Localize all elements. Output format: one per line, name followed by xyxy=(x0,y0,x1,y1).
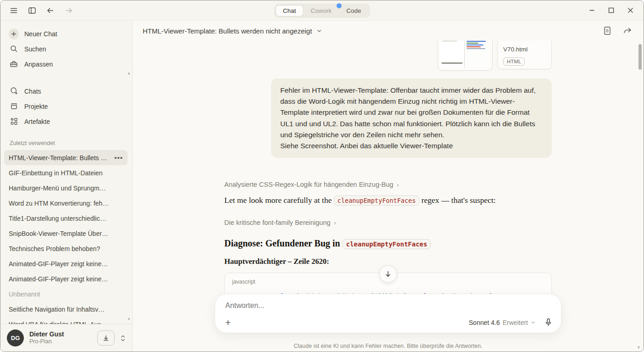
avatar: DG xyxy=(7,330,24,346)
sidebar-item-projects[interactable]: Projekte xyxy=(4,99,128,114)
attachments-row: V70.html HTML xyxy=(224,41,552,71)
main-content: HTML-Viewer-Template: Bullets werden nic… xyxy=(133,21,644,352)
recent-chat-item[interactable]: Seitliche Navigation für Inhaltsv… xyxy=(4,302,128,317)
recent-chat-item[interactable]: Title1-Darstellung unterschiedlic… xyxy=(4,211,128,226)
plus-icon xyxy=(9,28,19,39)
mode-selector[interactable]: Erweitert xyxy=(503,319,528,326)
composer: + Sonnet 4.6 Erweitert xyxy=(215,294,561,333)
chevron-right-icon: › xyxy=(397,181,399,188)
assistant-heading: Diagnose: Gefundener Bug in cleanupEmpty… xyxy=(224,238,552,249)
tab-code[interactable]: Code xyxy=(339,5,368,17)
nav-label: Anpassen xyxy=(24,61,53,68)
titlebar: Chat Cowork Code xyxy=(0,0,644,21)
page-title: HTML-Viewer-Template: Bullets werden nic… xyxy=(143,27,312,35)
share-icon[interactable] xyxy=(622,25,633,37)
nav-label: Projekte xyxy=(24,103,48,110)
inline-code-chip: cleanupEmptyFontFaces xyxy=(342,239,431,249)
toolbox-icon xyxy=(9,60,19,68)
close-button[interactable] xyxy=(622,4,638,17)
screenshot-thumbnail-image xyxy=(440,41,490,68)
nav-label: Artefakte xyxy=(24,118,50,125)
thinking-block-toggle[interactable]: Analysierte CSS-Regex-Logik für hängende… xyxy=(224,181,552,188)
maximize-button[interactable] xyxy=(603,4,619,17)
recent-chat-item[interactable]: Hamburger-Menü und Sprungm… xyxy=(4,180,128,196)
attachment-thumbnail[interactable] xyxy=(438,41,493,71)
tab-chat[interactable]: Chat xyxy=(276,5,304,17)
download-button[interactable] xyxy=(97,330,115,346)
recent-chat-item[interactable]: SnipBook-Viewer-Template Über… xyxy=(4,226,128,241)
back-arrow-icon[interactable] xyxy=(44,4,57,17)
recents-section-label: Zuletzt verwendet xyxy=(4,140,128,146)
recent-chat-item[interactable]: Word zu HTM Konvertierung: feh… xyxy=(4,196,128,211)
search-button[interactable]: Suchen xyxy=(4,41,128,56)
sidebar-item-artifacts[interactable]: Artefakte xyxy=(4,114,128,129)
sidebar-scroll-down-arrow[interactable]: ▼ xyxy=(127,317,131,321)
minimize-button[interactable] xyxy=(584,4,600,17)
attachment-file-type-badge: HTML xyxy=(503,57,525,66)
recent-chat-item[interactable]: Word VBA für direkte HTML-Aus… xyxy=(4,317,128,324)
recent-chats-list: HTML-Viewer-Template: Bullets werden nic… xyxy=(4,150,128,324)
search-icon xyxy=(9,45,19,53)
mode-tabs: Chat Cowork Code xyxy=(274,4,370,18)
box-icon xyxy=(9,102,19,110)
chevron-right-icon: › xyxy=(334,219,336,226)
hamburger-menu-icon[interactable] xyxy=(7,4,21,17)
tab-cowork[interactable]: Cowork xyxy=(303,5,339,17)
reply-input[interactable] xyxy=(225,302,421,310)
sidebar-item-chats[interactable]: Chats xyxy=(4,84,128,99)
recent-chat-item[interactable]: Unbenannt xyxy=(4,286,128,302)
sidebar-toggle-icon[interactable] xyxy=(25,4,39,17)
document-icon[interactable] xyxy=(601,25,613,37)
chevron-down-icon xyxy=(316,28,322,34)
recent-chat-item[interactable]: Technisches Problem behoben? xyxy=(4,241,128,256)
app-window: Chat Cowork Code xyxy=(0,0,644,352)
vertical-scrollbar-thumb[interactable] xyxy=(638,44,642,70)
scroll-to-bottom-button[interactable] xyxy=(379,265,397,283)
nav-label: Suchen xyxy=(24,45,46,53)
scrollbar-down-arrow[interactable]: ▼ xyxy=(637,345,641,350)
account-section[interactable]: DG Dieter Gust Pro-Plan xyxy=(0,324,132,352)
sidebar: Neuer Chat Suchen Anpassen xyxy=(0,21,133,352)
user-name: Dieter Gust xyxy=(29,330,92,339)
new-chat-button[interactable]: Neuer Chat xyxy=(4,26,128,41)
chat-bubble-icon xyxy=(9,87,19,95)
chat-header: HTML-Viewer-Template: Bullets werden nic… xyxy=(133,21,644,41)
recent-chat-item[interactable]: Animated-GIF-Player zeigt keine… xyxy=(4,256,128,271)
forward-arrow-icon[interactable] xyxy=(62,4,76,17)
user-message-bubble: Fehler im HTML-Viewer-Template: Offenbar… xyxy=(271,78,552,158)
assistant-paragraph: Let me look more carefully at the cleanu… xyxy=(224,196,552,205)
recent-chat-item[interactable]: HTML-Viewer-Template: Bullets werden nic… xyxy=(4,150,128,165)
inline-code-chip: cleanupEmptyFontFaces xyxy=(334,196,420,206)
microphone-icon[interactable] xyxy=(545,318,552,327)
chat-options-button[interactable]: ••• xyxy=(114,154,123,162)
nav-label: Chats xyxy=(24,88,41,95)
attachment-file-card[interactable]: V70.html HTML xyxy=(497,41,552,69)
thinking-block-toggle[interactable]: Die kritische font-family Bereinigung › xyxy=(224,219,552,226)
account-switcher-icon[interactable] xyxy=(120,335,126,342)
recent-chat-item[interactable]: GIF-Einbettung in HTML-Dateien xyxy=(4,165,128,180)
attach-plus-button[interactable]: + xyxy=(225,318,231,327)
sidebar-scroll-up-arrow[interactable]: ▲ xyxy=(127,71,131,75)
model-selector[interactable]: Sonnet 4.6 xyxy=(469,319,500,326)
customize-button[interactable]: Anpassen xyxy=(4,56,128,72)
chevron-down-icon xyxy=(531,320,536,325)
chat-title-dropdown[interactable]: HTML-Viewer-Template: Bullets werden nic… xyxy=(143,27,322,35)
attachment-file-name: V70.html xyxy=(503,46,546,53)
recent-chat-item[interactable]: Animated-GIF-Player zeigt keine… xyxy=(4,271,128,286)
user-plan: Pro-Plan xyxy=(29,338,92,346)
shapes-icon xyxy=(9,117,19,125)
nav-label: Neuer Chat xyxy=(24,30,57,38)
disclaimer-text: Claude ist eine KI und kann Fehler mache… xyxy=(133,343,644,349)
